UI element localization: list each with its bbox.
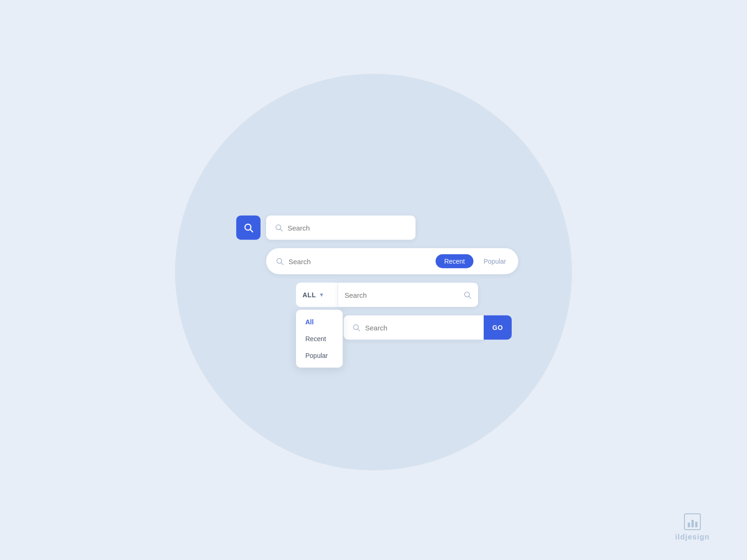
search-variant-2: Recent Popular bbox=[266, 248, 518, 274]
search-input-dropdown[interactable] bbox=[345, 291, 459, 299]
search-variant-3: ALL ▼ All Recent Popular bbox=[296, 283, 478, 307]
svg-line-3 bbox=[280, 229, 282, 231]
search-variant-1 bbox=[236, 216, 563, 240]
search-bar-go bbox=[344, 315, 484, 340]
search-input-simple[interactable] bbox=[288, 224, 407, 231]
dropdown-option-all[interactable]: All bbox=[296, 314, 343, 330]
svg-line-9 bbox=[358, 329, 359, 331]
bar-3 bbox=[695, 522, 698, 527]
main-container: Recent Popular ALL ▼ All Recent Popular bbox=[236, 216, 563, 340]
dropdown-option-popular[interactable]: Popular bbox=[296, 347, 343, 364]
go-button[interactable]: GO bbox=[484, 315, 512, 340]
search-variant-4: GO bbox=[344, 315, 512, 340]
bar-2 bbox=[691, 520, 694, 527]
tab-popular[interactable]: Popular bbox=[475, 254, 514, 268]
dropdown-menu: All Recent Popular bbox=[296, 310, 343, 368]
svg-line-7 bbox=[469, 296, 471, 298]
search-bar-simple bbox=[266, 216, 416, 240]
watermark-logo bbox=[684, 513, 701, 530]
search-icon-go bbox=[352, 323, 360, 332]
tab-recent[interactable]: Recent bbox=[436, 254, 473, 268]
search-bar-dropdown bbox=[338, 283, 478, 307]
search-icon-button[interactable] bbox=[236, 216, 261, 240]
search-input-go[interactable] bbox=[365, 323, 475, 331]
search-icon-simple bbox=[275, 224, 283, 232]
watermark: ildjesign bbox=[675, 513, 710, 541]
dropdown-option-recent[interactable]: Recent bbox=[296, 330, 343, 347]
bar-1 bbox=[688, 523, 690, 527]
tab-group: Recent Popular bbox=[436, 254, 514, 268]
dropdown-selected-value: ALL bbox=[303, 291, 316, 299]
svg-line-5 bbox=[281, 263, 283, 265]
search-icon-dropdown bbox=[463, 291, 472, 299]
watermark-text: ildjesign bbox=[675, 533, 710, 541]
svg-line-1 bbox=[250, 230, 253, 232]
search-icon bbox=[243, 223, 254, 233]
search-input-tabs[interactable] bbox=[289, 257, 436, 265]
dropdown-select[interactable]: ALL ▼ bbox=[296, 283, 338, 307]
search-icon-tabs bbox=[275, 257, 284, 266]
chevron-down-icon: ▼ bbox=[319, 292, 324, 298]
